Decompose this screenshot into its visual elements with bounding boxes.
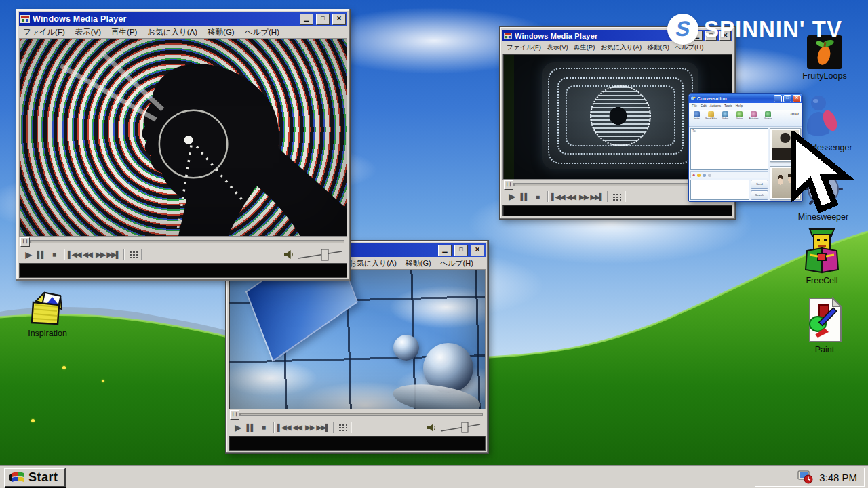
desktop-icon-inspiration[interactable]: Inspiration — [22, 289, 73, 338]
font-button[interactable]: A — [692, 173, 695, 177]
menu-play[interactable]: 再生(P) — [574, 43, 595, 52]
status-display — [229, 436, 486, 451]
send-files-button[interactable]: Send Files — [705, 111, 717, 120]
search-button[interactable]: Search — [751, 190, 768, 200]
rewind-button[interactable]: ◀◀ — [81, 251, 94, 258]
rewind-button[interactable]: ◀◀ — [290, 424, 303, 431]
menu-help[interactable]: Help — [736, 104, 743, 110]
menu-help[interactable]: ヘルプ(H) — [440, 258, 473, 268]
pause-button[interactable]: ▌▌ — [244, 424, 257, 431]
fast-forward-button[interactable]: ▶▶ — [94, 251, 106, 258]
menu-favorites[interactable]: お気に入り(A) — [147, 27, 197, 37]
send-button[interactable]: Send — [751, 180, 768, 189]
maximize-button[interactable]: □ — [783, 95, 791, 102]
seek-thumb[interactable]: ❙❙ — [20, 237, 30, 247]
play-button[interactable]: ▶ — [231, 423, 244, 432]
menu-go[interactable]: 移動(G) — [406, 258, 431, 268]
menu-bar: File Edit Actions Tools Help — [689, 103, 802, 110]
menu-play[interactable]: 再生(P) — [111, 27, 137, 37]
playlist-button[interactable] — [338, 424, 347, 431]
next-button[interactable]: ▶▶▌ — [316, 424, 329, 431]
system-tray: 3:48 PM — [755, 468, 865, 487]
emoticon-button[interactable] — [697, 174, 701, 177]
menu-file[interactable]: ファイル(F) — [507, 43, 541, 52]
menu-help[interactable]: ヘルプ(H) — [245, 27, 279, 37]
close-button[interactable]: ✕ — [332, 14, 346, 25]
previous-button[interactable]: ▌◀◀ — [277, 424, 290, 431]
next-button[interactable]: ▶▶▌ — [106, 251, 119, 258]
play-button[interactable]: ▶ — [505, 192, 518, 201]
rewind-button[interactable]: ◀◀ — [564, 193, 577, 201]
windows-flag-icon — [9, 471, 25, 484]
games-button[interactable]: Games — [762, 111, 774, 120]
voice-button[interactable]: Voice — [734, 111, 745, 120]
activities-button[interactable]: Activities — [748, 111, 760, 120]
play-button[interactable]: ▶ — [22, 250, 35, 260]
volume-control[interactable] — [427, 421, 483, 434]
menu-tools[interactable]: Tools — [724, 104, 732, 110]
seek-bar[interactable]: ❙❙ — [19, 237, 347, 246]
start-label: Start — [28, 470, 58, 485]
paint-icon — [804, 296, 845, 344]
stop-button[interactable]: ■ — [531, 193, 544, 201]
freecell-king-icon — [802, 228, 842, 275]
seek-thumb[interactable]: ❙❙ — [230, 410, 239, 420]
close-button[interactable]: ✕ — [793, 95, 801, 102]
message-history[interactable]: To: — [690, 128, 768, 170]
stop-button[interactable]: ■ — [47, 251, 60, 258]
menu-view[interactable]: 表示(V) — [547, 43, 568, 52]
desktop-icon-paint[interactable]: Paint — [799, 296, 850, 354]
menu-view[interactable]: 表示(V) — [75, 27, 101, 37]
vignette — [229, 270, 485, 409]
next-button[interactable]: ▶▶▌ — [590, 193, 603, 201]
divider — [625, 191, 625, 202]
seek-track[interactable] — [239, 413, 483, 416]
menu-favorites[interactable]: お気に入り(A) — [349, 258, 396, 268]
msn-conversation-window[interactable]: Conversation – □ ✕ File Edit Actions Too… — [688, 93, 803, 202]
previous-button[interactable]: ▌◀◀ — [551, 193, 564, 201]
seek-bar[interactable]: ❙❙ — [229, 409, 486, 419]
invite-button[interactable]: Invite — [691, 111, 703, 120]
menu-go[interactable]: 移動(G) — [208, 27, 235, 37]
stop-button[interactable]: ■ — [257, 424, 270, 431]
title-bar[interactable]: Windows Media Player ▁ □ ✕ — [19, 12, 347, 26]
inspiration-folder-icon — [26, 289, 68, 328]
background-button[interactable] — [703, 174, 706, 177]
menu-file[interactable]: ファイル(F) — [23, 27, 65, 37]
message-input[interactable] — [690, 180, 749, 200]
menu-actions[interactable]: Actions — [710, 104, 721, 110]
playlist-button[interactable] — [612, 193, 621, 201]
video-button[interactable]: Video — [719, 111, 731, 120]
fast-forward-button[interactable]: ▶▶ — [303, 424, 316, 431]
pause-button[interactable]: ▌▌ — [35, 251, 47, 258]
window-title: Windows Media Player — [33, 14, 297, 24]
previous-button[interactable]: ▌◀◀ — [68, 251, 81, 258]
conversation-body: To: A Send Search — [689, 127, 802, 201]
minimize-button[interactable]: ▁ — [300, 14, 313, 25]
voice-clip-button[interactable] — [708, 174, 711, 177]
minimize-button[interactable]: – — [774, 95, 782, 102]
maximize-button[interactable]: □ — [454, 245, 468, 256]
start-button[interactable]: Start — [4, 468, 66, 487]
volume-control[interactable] — [284, 248, 344, 262]
seek-thumb[interactable]: ❙❙ — [504, 180, 513, 190]
maximize-button[interactable]: □ — [316, 14, 330, 25]
menu-edit[interactable]: Edit — [701, 104, 707, 110]
menu-go[interactable]: 移動(G) — [647, 43, 669, 52]
title-bar[interactable]: Conversation – □ ✕ — [689, 94, 802, 103]
volume-slider[interactable] — [297, 248, 344, 262]
desktop-icon-freecell[interactable]: FreeCell — [796, 228, 848, 285]
divider — [64, 249, 64, 260]
media-player-window-1[interactable]: Windows Media Player ▁ □ ✕ ファイル(F) 表示(V)… — [16, 9, 350, 281]
minimize-button[interactable]: ▁ — [438, 245, 452, 256]
pause-button[interactable]: ▌▌ — [518, 193, 531, 201]
invite-icon — [694, 111, 700, 117]
seek-track[interactable] — [30, 240, 344, 243]
tray-scheduler-icon[interactable] — [797, 470, 814, 484]
playlist-button[interactable] — [129, 251, 138, 258]
volume-slider[interactable] — [439, 421, 483, 434]
close-button[interactable]: ✕ — [471, 245, 484, 256]
menu-favorites[interactable]: お気に入り(A) — [600, 43, 642, 52]
menu-file[interactable]: File — [692, 104, 697, 110]
fast-forward-button[interactable]: ▶▶ — [577, 193, 590, 201]
